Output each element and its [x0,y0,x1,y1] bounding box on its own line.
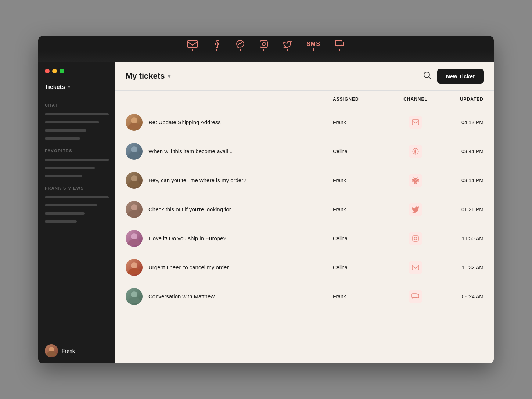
channel-col-header: CHANNEL [392,97,439,102]
updated-col-header: UPDATED [439,97,484,102]
assigned-name: Frank [333,119,392,125]
tickets-table: ASSIGNED CHANNEL UPDATED Re: Update Shi [115,91,494,363]
assigned-name: Celina [333,265,392,270]
user-profile[interactable]: Frank [38,338,115,363]
table-row[interactable]: Urgent I need to cancel my order Celina … [115,253,494,282]
svg-rect-8 [412,120,419,125]
ticket-info: I love it! Do you ship in Europe? [126,230,333,247]
channel-cell [392,116,439,129]
tickets-chevron-icon: ▾ [68,85,70,90]
page-title: My tickets [126,71,165,81]
sidebar: Tickets ▾ CHAT FAVORITES [38,62,115,363]
svg-rect-19 [412,265,419,270]
sidebar-item-fav-1[interactable] [38,156,115,164]
new-ticket-button[interactable]: New Ticket [437,69,484,84]
header-left: My tickets ▾ [126,71,171,81]
sidebar-item-chat-1[interactable] [38,110,115,118]
sidebar-item-view-4[interactable] [38,218,115,226]
updated-time: 04:12 PM [439,119,484,125]
email-channel-icon[interactable] [187,40,198,58]
svg-rect-4 [335,40,342,46]
ticket-info: Conversation with Matthew [126,288,333,305]
sms-channel-icon[interactable]: SMS [306,41,320,57]
avatar [126,230,143,247]
table-row[interactable]: Hey, can you tell me where is my order? … [115,166,494,195]
ticket-subject: Re: Update Shipping Address [148,119,221,125]
svg-point-17 [417,236,418,237]
avatar [126,288,143,305]
ticket-subject: Urgent I need to cancel my order [148,264,229,270]
avatar [126,114,143,131]
email-badge [409,116,422,129]
sidebar-item-fav-2[interactable] [38,164,115,172]
livechat-channel-icon[interactable] [335,40,345,58]
table-row[interactable]: I love it! Do you ship in Europe? Celina [115,224,494,253]
minimize-button[interactable] [52,69,57,73]
chat-section-header: CHAT [38,97,115,110]
assigned-col-header: ASSIGNED [333,97,392,102]
ticket-info: Re: Update Shipping Address [126,114,333,131]
assigned-name: Frank [333,177,392,183]
search-button[interactable] [423,71,431,81]
ticket-info: Check this out if you're looking for... [126,201,333,218]
user-name-label: Frank [62,348,75,354]
app-window: SMS Tickets ▾ CHAT [38,36,494,363]
sidebar-item-view-3[interactable] [38,209,115,218]
updated-time: 10:32 AM [439,265,484,270]
avatar [126,259,143,276]
title-dropdown-icon[interactable]: ▾ [168,72,171,80]
assigned-name: Frank [333,294,392,299]
facebook-channel-icon[interactable] [212,40,221,58]
facebook-badge [409,145,422,158]
ticket-subject: When will this item become avail... [148,148,233,154]
ticket-subject: Hey, can you tell me where is my order? [148,177,247,183]
svg-rect-15 [413,236,418,241]
traffic-lights [38,62,115,79]
table-header: ASSIGNED CHANNEL UPDATED [115,91,494,108]
svg-rect-1 [260,40,267,48]
ticket-subject: Conversation with Matthew [148,293,215,299]
ticket-subject: I love it! Do you ship in Europe? [148,235,226,241]
table-row[interactable]: Re: Update Shipping Address Frank 04:12 … [115,108,494,137]
assigned-name: Celina [333,148,392,154]
sidebar-item-fav-3[interactable] [38,172,115,180]
twitter-channel-icon[interactable] [283,40,292,58]
instagram-channel-icon[interactable] [259,40,268,58]
header-right: New Ticket [423,69,484,84]
updated-time: 03:44 PM [439,148,484,154]
sidebar-item-view-2[interactable] [38,201,115,209]
sidebar-item-chat-2[interactable] [38,118,115,126]
main-layout: Tickets ▾ CHAT FAVORITES [38,62,494,363]
avatar [126,201,143,218]
table-row[interactable]: When will this item become avail... Celi… [115,137,494,166]
messenger-badge [409,174,422,187]
fullscreen-button[interactable] [60,69,64,73]
tickets-label: Tickets [45,84,65,90]
channel-cell [392,232,439,245]
table-row[interactable]: Conversation with Matthew Frank 08:24 AM [115,282,494,311]
channel-cell [392,290,439,303]
channel-cell [392,174,439,187]
tickets-nav[interactable]: Tickets ▾ [38,79,115,97]
ticket-info: Hey, can you tell me where is my order? [126,172,333,189]
sidebar-item-chat-3[interactable] [38,126,115,134]
svg-rect-0 [188,40,197,48]
content-area: My tickets ▾ New Ticket [115,62,494,363]
channel-cell [392,145,439,158]
sidebar-item-chat-4[interactable] [38,134,115,143]
table-row[interactable]: Check this out if you're looking for... … [115,195,494,224]
svg-point-6 [424,72,429,78]
subject-col-header [126,97,333,102]
messenger-channel-icon[interactable] [236,40,245,58]
email-badge-2 [409,261,422,274]
svg-rect-21 [412,294,417,298]
instagram-badge [409,232,422,245]
close-button[interactable] [45,69,50,73]
ticket-subject: Check this out if you're looking for... [148,206,235,212]
ticket-info: Urgent I need to cancel my order [126,259,333,276]
avatar [126,143,143,160]
sidebar-item-view-1[interactable] [38,193,115,201]
updated-time: 03:14 PM [439,177,484,183]
svg-point-3 [265,42,266,42]
channel-cell [392,261,439,274]
